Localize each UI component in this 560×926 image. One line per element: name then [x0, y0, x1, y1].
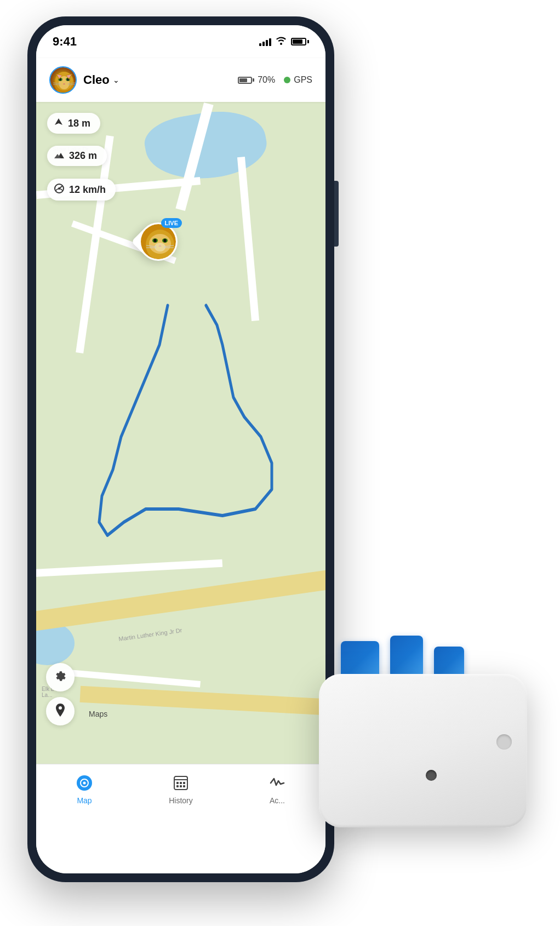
tab-map-label: Map — [77, 796, 92, 805]
gps-dot-icon — [284, 77, 290, 83]
svg-rect-40 — [180, 782, 182, 784]
tab-bar: Map — [36, 764, 325, 873]
device-clip-middle — [390, 636, 423, 679]
pet-marker-inner — [141, 224, 176, 259]
svg-rect-42 — [176, 785, 179, 787]
battery-percent: 70% — [258, 75, 275, 85]
navigation-icon — [54, 117, 64, 129]
pet-name: Cleo — [83, 73, 110, 87]
map-area[interactable]: Stow Lake Dr Martin Luther King Jr Dr El… — [36, 102, 325, 764]
device-sensor — [426, 770, 437, 781]
pet-name-section[interactable]: Cleo ⌄ — [83, 73, 119, 87]
distance-value: 18 m — [68, 118, 90, 129]
svg-rect-44 — [183, 785, 185, 787]
tab-history-label: History — [169, 796, 193, 805]
speedometer-icon — [54, 183, 65, 196]
live-badge: LIVE — [161, 218, 182, 228]
device-battery-status: 70% — [238, 75, 275, 85]
speed-value: 12 km/h — [69, 184, 106, 196]
svg-rect-39 — [176, 782, 179, 784]
status-icons — [259, 36, 309, 47]
header-right: 70% GPS — [238, 75, 312, 85]
svg-rect-41 — [183, 782, 185, 784]
tab-history[interactable]: History — [133, 773, 229, 805]
maps-label: Maps — [89, 710, 107, 718]
device-button — [496, 734, 512, 750]
signal-icon — [259, 37, 271, 46]
phone-body: 9:41 — [27, 16, 334, 882]
elevation-stat: 326 m — [47, 146, 107, 166]
tab-activity-label: Ac... — [270, 796, 285, 805]
map-tab-circle-icon — [77, 775, 92, 791]
device-body — [319, 674, 527, 827]
gps-label: GPS — [294, 75, 312, 85]
pet-avatar[interactable] — [49, 66, 77, 94]
maps-button[interactable] — [46, 697, 75, 725]
phone-frame: 9:41 — [27, 16, 334, 882]
svg-line-34 — [59, 186, 62, 188]
svg-point-22 — [164, 239, 167, 242]
tab-history-icon-wrapper — [171, 773, 191, 793]
svg-marker-29 — [55, 118, 62, 125]
tab-map[interactable]: Map — [36, 773, 133, 805]
header-bar: Cleo ⌄ 70% — [36, 58, 325, 102]
speed-stat: 12 km/h — [47, 179, 116, 201]
device-battery-icon — [238, 77, 254, 84]
settings-icon — [54, 670, 67, 685]
settings-button[interactable] — [46, 663, 75, 691]
svg-point-24 — [155, 243, 165, 251]
dropdown-arrow-icon: ⌄ — [113, 76, 119, 84]
mountain-icon — [54, 151, 65, 162]
battery-status-icon — [291, 38, 309, 45]
tab-activity-icon-wrapper — [267, 773, 287, 793]
tab-map-icon-wrapper — [75, 773, 94, 793]
map-controls: Maps — [46, 663, 75, 725]
gps-status: GPS — [284, 75, 312, 85]
distance-stat: 18 m — [47, 113, 100, 134]
status-time: 9:41 — [53, 35, 77, 49]
pet-marker[interactable]: LIVE — [139, 222, 178, 261]
svg-rect-43 — [180, 785, 182, 787]
cat-avatar-image — [50, 67, 76, 93]
location-pin-icon — [54, 704, 66, 719]
header-left[interactable]: Cleo ⌄ — [49, 66, 119, 94]
gps-track-svg — [36, 102, 325, 764]
status-bar: 9:41 — [36, 25, 325, 58]
svg-point-36 — [83, 782, 86, 785]
phone-side-button — [334, 181, 339, 247]
phone-screen: 9:41 — [36, 25, 325, 873]
gps-tracker-device — [297, 630, 560, 893]
elevation-value: 326 m — [69, 150, 97, 162]
wifi-icon — [276, 36, 287, 47]
svg-point-21 — [154, 239, 157, 242]
